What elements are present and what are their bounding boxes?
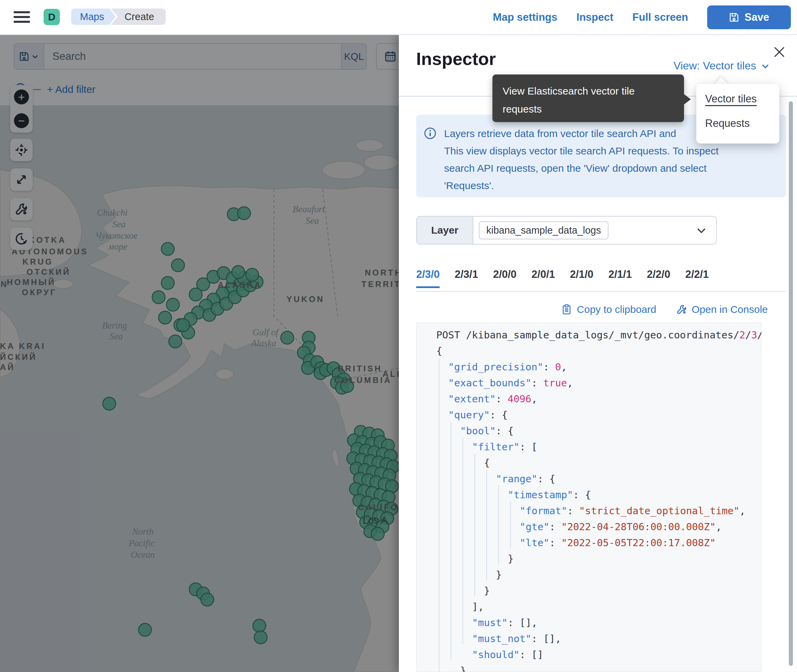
- code-content: POST /kibana_sample_data_logs/_mvt/geo.c…: [417, 323, 761, 672]
- code-line: "filter": [: [417, 439, 761, 455]
- modal-overlay[interactable]: [0, 35, 399, 672]
- layer-selector: Layer kibana_sample_data_logs: [416, 216, 717, 245]
- app-header: D Maps Create Map settings Inspect Full …: [0, 0, 797, 35]
- layer-select[interactable]: kibana_sample_data_logs: [473, 217, 716, 244]
- menu-icon[interactable]: [14, 11, 30, 24]
- chevron-down-icon: [761, 62, 770, 70]
- breadcrumb-create[interactable]: Create: [111, 8, 166, 25]
- page-title: Inspector: [416, 49, 496, 69]
- callout-text: Layers retrieve data from vector tile se…: [444, 125, 718, 194]
- menu-item-vector-tiles[interactable]: Vector tiles: [705, 93, 779, 105]
- tab-2/1/0[interactable]: 2/1/0: [570, 268, 593, 288]
- code-line: "gte": "2022-04-28T06:00:00.000Z",: [417, 519, 761, 535]
- code-line: "bool": {: [417, 423, 761, 439]
- code-line: }: [417, 663, 761, 672]
- code-line: "range": {: [417, 471, 761, 487]
- save-icon: [729, 12, 739, 22]
- view-tooltip: View Elasticsearch vector tilerequests: [492, 75, 684, 122]
- tab-2/1/1[interactable]: 2/1/1: [608, 268, 632, 288]
- menu-item-requests[interactable]: Requests: [705, 117, 779, 130]
- code-line: POST /kibana_sample_data_logs/_mvt/geo.c…: [417, 327, 761, 343]
- code-line: }: [417, 567, 761, 583]
- code-line: "format": "strict_date_optional_time",: [417, 503, 761, 519]
- full-screen-link[interactable]: Full screen: [632, 11, 688, 24]
- inspect-link[interactable]: Inspect: [576, 11, 614, 24]
- tooltip-arrow: [683, 93, 691, 106]
- tab-2/0/1[interactable]: 2/0/1: [532, 268, 555, 288]
- tooltip-line: requests: [503, 100, 684, 118]
- layer-label: Layer: [417, 217, 473, 244]
- tab-2/3/1[interactable]: 2/3/1: [455, 268, 478, 288]
- request-code-block[interactable]: POST /kibana_sample_data_logs/_mvt/geo.c…: [416, 322, 762, 672]
- close-button[interactable]: [772, 45, 787, 59]
- code-line: "grid_precision": 0,: [417, 359, 761, 375]
- code-line: }: [417, 551, 761, 567]
- code-line: "timestamp": {: [417, 487, 761, 503]
- code-line: "must_not": [],: [417, 631, 761, 647]
- breadcrumb: Maps Create: [71, 8, 166, 25]
- avatar[interactable]: D: [43, 9, 60, 25]
- save-button[interactable]: Save: [707, 5, 791, 29]
- tab-2/2/1[interactable]: 2/2/1: [685, 268, 709, 288]
- layer-value: kibana_sample_data_logs: [479, 221, 608, 239]
- view-menu-popover: Vector tilesRequests: [696, 84, 779, 144]
- copy-to-clipboard-button[interactable]: Copy to clipboard: [561, 304, 656, 315]
- code-line: "exact_bounds": true,: [417, 375, 761, 391]
- chevron-down-icon: [696, 224, 707, 236]
- code-line: "should": []: [417, 647, 761, 663]
- tab-2/3/0[interactable]: 2/3/0: [416, 268, 440, 288]
- code-line: "lte": "2022-05-05T22:00:17.008Z": [417, 535, 761, 551]
- map-settings-link[interactable]: Map settings: [493, 11, 557, 24]
- breadcrumb-maps[interactable]: Maps: [71, 8, 116, 25]
- code-line: "extent": 4096,: [417, 391, 761, 407]
- scrollbar[interactable]: [789, 101, 793, 666]
- code-line: {: [417, 343, 761, 359]
- code-line: ],: [417, 599, 761, 615]
- code-line: "query": {: [417, 407, 761, 423]
- request-tabs: 2/3/02/3/12/0/02/0/12/1/02/1/12/2/02/2/1: [416, 268, 709, 288]
- view-selector-dropdown[interactable]: View: Vector tiles: [674, 59, 770, 72]
- clipboard-icon: [561, 304, 572, 315]
- tab-2/2/0[interactable]: 2/2/0: [647, 268, 670, 288]
- open-in-console-button[interactable]: Open in Console: [676, 304, 768, 315]
- code-line: }: [417, 583, 761, 599]
- tooltip-line: View Elasticsearch vector tile: [503, 82, 684, 100]
- info-icon: [424, 127, 436, 140]
- tabs-baseline: [416, 291, 786, 292]
- code-line: {: [417, 455, 761, 471]
- close-icon: [772, 45, 787, 59]
- code-line: "must": [],: [417, 615, 761, 631]
- tab-2/0/0[interactable]: 2/0/0: [493, 268, 516, 288]
- wrench-icon: [676, 304, 687, 315]
